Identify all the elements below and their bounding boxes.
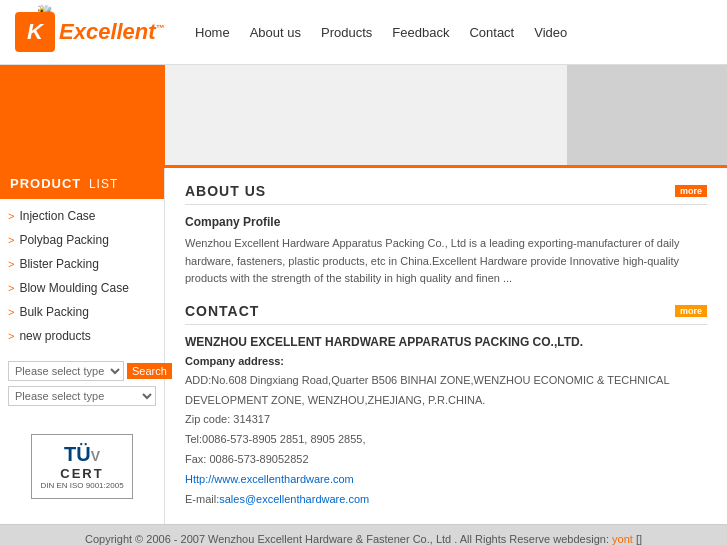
arrow-icon: > xyxy=(8,210,14,222)
footer-webdesign: webdesign: xyxy=(553,533,609,545)
product-list-normal: LIST xyxy=(89,177,118,191)
sidebar-item-blister[interactable]: > Blister Packing xyxy=(0,252,164,276)
tuv-tu-text: TÜ xyxy=(64,443,91,466)
contact-website-row: Http://www.excellenthardware.com xyxy=(185,470,707,490)
logo-area: 🐝 K Excellent™ xyxy=(15,12,175,52)
main-nav: Home About us Products Feedback Contact … xyxy=(195,25,567,40)
footer-copyright: Copyright © 2006 - 2007 Wenzhou Excellen… xyxy=(85,533,550,545)
banner-right xyxy=(567,65,727,165)
type-select-2[interactable]: Please select type xyxy=(8,386,156,406)
about-title: ABOUT US xyxy=(185,183,266,199)
about-text: Wenzhou Excellent Hardware Apparatus Pac… xyxy=(185,235,707,288)
arrow-icon: > xyxy=(8,306,14,318)
arrow-icon: > xyxy=(8,234,14,246)
sidebar-item-label: Polybag Packing xyxy=(19,233,108,247)
select-row-1: Please select type Search xyxy=(8,361,156,381)
contact-tel: Tel:0086-573-8905 2851, 8905 2855, xyxy=(185,430,707,450)
nav-video[interactable]: Video xyxy=(534,25,567,40)
contact-email-row: E-mail:sales@excellenthardware.com xyxy=(185,490,707,510)
contact-address: ADD:No.608 Dingxiang Road,Quarter B506 B… xyxy=(185,371,707,411)
sidebar-item-label: Blow Moulding Case xyxy=(19,281,128,295)
sidebar-item-new-products[interactable]: > new products xyxy=(0,324,164,348)
nav-feedback[interactable]: Feedback xyxy=(392,25,449,40)
sidebar-nav: > Injection Case > Polybag Packing > Bli… xyxy=(0,199,164,353)
select-row-2: Please select type xyxy=(8,386,156,406)
sidebar-item-bulk[interactable]: > Bulk Packing xyxy=(0,300,164,324)
sidebar-selects: Please select type Search Please select … xyxy=(0,353,164,414)
nav-home[interactable]: Home xyxy=(195,25,230,40)
sidebar-item-blow[interactable]: > Blow Moulding Case xyxy=(0,276,164,300)
tuv-v-text: V xyxy=(91,448,100,464)
content: ABOUT US more Company Profile Wenzhou Ex… xyxy=(165,168,727,524)
contact-header: CONTACT more xyxy=(185,303,707,325)
contact-title: CONTACT xyxy=(185,303,259,319)
sidebar: PRODUCT LIST > Injection Case > Polybag … xyxy=(0,168,165,524)
footer: Copyright © 2006 - 2007 Wenzhou Excellen… xyxy=(0,524,727,545)
tuv-cert: TÜ V CERT DIN EN ISO 9001:2005 xyxy=(0,424,164,509)
contact-section: CONTACT more WENZHOU EXCELLENT HARDWARE … xyxy=(185,303,707,510)
main-wrap: PRODUCT LIST > Injection Case > Polybag … xyxy=(0,165,727,524)
logo-text: Excellent™ xyxy=(59,19,165,45)
banner xyxy=(0,65,727,165)
contact-website[interactable]: Http://www.excellenthardware.com xyxy=(185,473,354,485)
about-company-title: Company Profile xyxy=(185,215,707,229)
contact-email[interactable]: sales@excellenthardware.com xyxy=(219,493,369,505)
product-list-title: PRODUCT LIST xyxy=(0,168,164,199)
sidebar-item-label: Bulk Packing xyxy=(19,305,88,319)
sidebar-item-polybag[interactable]: > Polybag Packing xyxy=(0,228,164,252)
contact-address-label: Company address: xyxy=(185,355,707,367)
contact-info: ADD:No.608 Dingxiang Road,Quarter B506 B… xyxy=(185,371,707,510)
banner-content xyxy=(165,65,567,165)
arrow-icon: > xyxy=(8,258,14,270)
tuv-box: TÜ V CERT DIN EN ISO 9001:2005 xyxy=(31,434,132,499)
nav-products[interactable]: Products xyxy=(321,25,372,40)
arrow-icon: > xyxy=(8,282,14,294)
product-list-bold: PRODUCT xyxy=(10,176,81,191)
contact-badge: more xyxy=(675,305,707,317)
header: 🐝 K Excellent™ Home About us Products Fe… xyxy=(0,0,727,65)
tuv-logo: TÜ V xyxy=(64,443,100,466)
contact-company-name: WENZHOU EXCELLENT HARDWARE APPARATUS PAC… xyxy=(185,335,707,349)
type-select-1[interactable]: Please select type xyxy=(8,361,124,381)
banner-orange xyxy=(0,65,165,165)
contact-zip: Zip code: 314317 xyxy=(185,410,707,430)
logo-k-box: K xyxy=(15,12,55,52)
about-section: ABOUT US more Company Profile Wenzhou Ex… xyxy=(185,183,707,288)
sidebar-item-label: Injection Case xyxy=(19,209,95,223)
sidebar-item-injection[interactable]: > Injection Case xyxy=(0,204,164,228)
cert-label: CERT xyxy=(60,466,103,481)
nav-about[interactable]: About us xyxy=(250,25,301,40)
about-header: ABOUT US more xyxy=(185,183,707,205)
footer-bracket: [] xyxy=(636,533,642,545)
nav-contact[interactable]: Contact xyxy=(469,25,514,40)
din-text: DIN EN ISO 9001:2005 xyxy=(40,481,123,490)
contact-fax: Fax: 0086-573-89052852 xyxy=(185,450,707,470)
sidebar-item-label: new products xyxy=(19,329,90,343)
arrow-icon: > xyxy=(8,330,14,342)
sidebar-item-label: Blister Packing xyxy=(19,257,98,271)
footer-webdesign-link[interactable]: yont xyxy=(612,533,633,545)
contact-email-prefix: E-mail: xyxy=(185,493,219,505)
about-badge: more xyxy=(675,185,707,197)
